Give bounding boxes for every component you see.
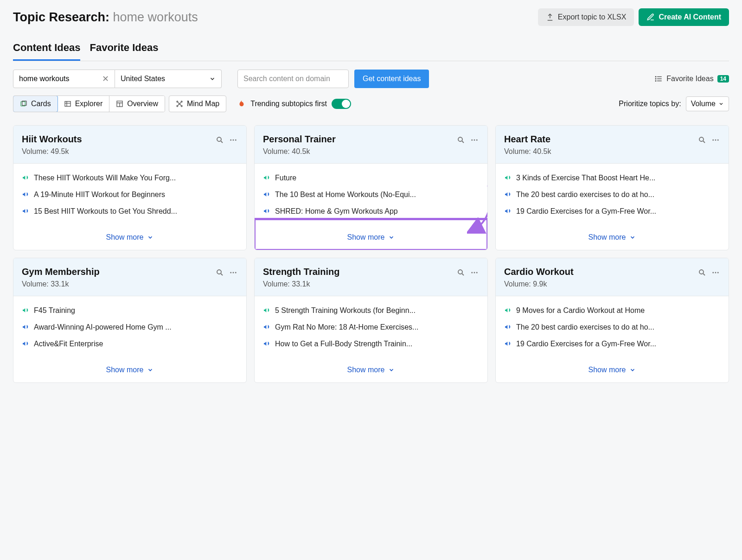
headline-row[interactable]: 19 Cardio Exercises for a Gym-Free Wor..…	[504, 340, 720, 348]
card-header: Cardio WorkoutVolume: 9.9k	[496, 258, 729, 296]
tab-content-ideas[interactable]: Content Ideas	[13, 39, 80, 61]
topic-card: Personal TrainerVolume: 40.5kFutureThe 1…	[254, 125, 488, 250]
card-body: FutureThe 10 Best at Home Workouts (No-E…	[255, 164, 487, 228]
country-select[interactable]: United States	[115, 70, 222, 88]
headline-text: The 10 Best at Home Workouts (No-Equi...	[275, 191, 416, 199]
prioritize-select[interactable]: Volume	[686, 96, 729, 111]
headline-row[interactable]: Active&Fit Enterprise	[22, 340, 238, 348]
card-more-icon[interactable]	[229, 268, 238, 277]
card-search-icon[interactable]	[216, 136, 224, 144]
domain-search-input-wrapper[interactable]	[237, 70, 349, 88]
svg-line-20	[180, 102, 181, 103]
svg-line-24	[221, 141, 223, 143]
card-header: Personal TrainerVolume: 40.5k	[255, 126, 487, 164]
svg-point-51	[715, 272, 716, 274]
headline-row[interactable]: The 20 best cardio exercises to do at ho…	[504, 323, 720, 331]
headline-row[interactable]: F45 Training	[22, 306, 238, 315]
card-search-icon[interactable]	[457, 268, 465, 277]
svg-point-36	[715, 140, 716, 141]
svg-point-28	[458, 137, 462, 141]
card-search-icon[interactable]	[216, 268, 224, 277]
export-label: Export topic to XLSX	[558, 13, 627, 21]
show-more-button[interactable]: Show more	[255, 360, 487, 382]
svg-point-4	[656, 78, 657, 79]
topic-input[interactable]	[19, 75, 93, 83]
headline-row[interactable]: The 10 Best at Home Workouts (No-Equi...	[263, 191, 479, 199]
favorite-ideas-link[interactable]: Favorite Ideas 14	[654, 75, 729, 83]
svg-line-44	[462, 274, 464, 275]
card-more-icon[interactable]	[711, 136, 720, 144]
card-body: 3 Kinds of Exercise That Boost Heart He.…	[496, 164, 729, 228]
bullhorn-icon	[263, 207, 270, 215]
bullhorn-icon	[263, 174, 270, 181]
card-more-icon[interactable]	[229, 136, 238, 144]
svg-point-32	[476, 140, 478, 141]
page-header: Topic Research: home workouts Export top…	[13, 8, 729, 26]
show-more-button[interactable]: Show more	[13, 360, 246, 382]
card-search-icon[interactable]	[698, 136, 706, 144]
headline-row[interactable]: 19 Cardio Exercises for a Gym-Free Wor..…	[504, 207, 720, 216]
view-overview[interactable]: Overview	[109, 96, 165, 112]
bullhorn-icon	[22, 306, 29, 314]
headline-text: F45 Training	[34, 306, 75, 315]
headline-text: SHRED: Home & Gym Workouts App	[275, 207, 398, 216]
card-body: F45 TrainingAward-Winning AI-powered Hom…	[13, 296, 246, 360]
view-mindmap-label: Mind Map	[187, 100, 219, 108]
bullhorn-icon	[504, 191, 512, 198]
show-more-button[interactable]: Show more	[496, 228, 729, 250]
create-ai-content-button[interactable]: Create AI Content	[639, 8, 729, 26]
card-more-icon[interactable]	[711, 268, 720, 277]
show-more-button[interactable]: Show more	[255, 228, 487, 250]
domain-search-input[interactable]	[243, 75, 343, 83]
headline-row[interactable]: Future	[263, 174, 479, 182]
trending-toggle[interactable]	[332, 99, 351, 109]
card-search-icon[interactable]	[457, 136, 465, 144]
filter-row: ✕ United States Get content ideas Favori…	[13, 70, 729, 88]
view-cards[interactable]: Cards	[13, 95, 58, 112]
headline-row[interactable]: The 20 best cardio exercises to do at ho…	[504, 191, 720, 199]
tab-favorite-ideas[interactable]: Favorite Ideas	[90, 39, 158, 61]
view-mindmap[interactable]: Mind Map	[169, 95, 226, 112]
headline-row[interactable]: 9 Moves for a Cardio Workout at Home	[504, 306, 720, 315]
card-more-icon[interactable]	[470, 268, 479, 277]
card-title: Cardio Workout	[504, 267, 574, 277]
bullhorn-icon	[263, 191, 270, 198]
topic-input-wrapper[interactable]: ✕	[13, 70, 115, 88]
bullhorn-icon	[22, 323, 29, 331]
card-volume: Volume: 33.1k	[22, 280, 100, 288]
view-explorer[interactable]: Explorer	[58, 96, 110, 112]
clear-topic-icon[interactable]: ✕	[102, 74, 109, 84]
create-label: Create AI Content	[659, 13, 721, 21]
svg-point-46	[474, 272, 475, 274]
headline-row[interactable]: SHRED: Home & Gym Workouts App	[263, 207, 479, 216]
headline-row[interactable]: These HIIT Workouts Will Make You Forg..…	[22, 174, 238, 182]
svg-point-45	[471, 272, 473, 274]
headline-row[interactable]: 3 Kinds of Exercise That Boost Heart He.…	[504, 174, 720, 182]
get-content-ideas-button[interactable]: Get content ideas	[354, 70, 429, 88]
card-search-icon[interactable]	[698, 268, 706, 277]
svg-point-30	[471, 140, 473, 141]
export-xlsx-button[interactable]: Export topic to XLSX	[538, 8, 634, 26]
headline-row[interactable]: 15 Best HIIT Workouts to Get You Shredd.…	[22, 207, 238, 216]
headline-row[interactable]: A 19-Minute HIIT Workout for Beginners	[22, 191, 238, 199]
card-more-icon[interactable]	[470, 136, 479, 144]
show-more-button[interactable]: Show more	[13, 228, 246, 250]
bullhorn-icon	[263, 340, 270, 347]
mindmap-icon	[176, 100, 183, 108]
show-more-button[interactable]: Show more	[496, 360, 729, 382]
headline-text: How to Get a Full-Body Strength Trainin.…	[275, 340, 412, 348]
svg-line-22	[180, 104, 181, 105]
card-title: Heart Rate	[504, 134, 551, 145]
prioritize-group: Prioritize topics by: Volume	[619, 96, 729, 111]
card-volume: Volume: 33.1k	[263, 280, 340, 288]
card-volume: Volume: 49.5k	[22, 147, 82, 156]
chevron-down-icon	[147, 234, 154, 241]
headline-row[interactable]: Award-Winning AI-powered Home Gym ...	[22, 323, 238, 331]
headline-text: Active&Fit Enterprise	[34, 340, 103, 348]
headline-row[interactable]: 5 Strength Training Workouts (for Beginn…	[263, 306, 479, 315]
headline-row[interactable]: Gym Rat No More: 18 At-Home Exercises...	[263, 323, 479, 331]
bullhorn-icon	[504, 340, 512, 347]
svg-point-17	[181, 105, 182, 107]
svg-point-23	[217, 137, 221, 141]
headline-row[interactable]: How to Get a Full-Body Strength Trainin.…	[263, 340, 479, 348]
